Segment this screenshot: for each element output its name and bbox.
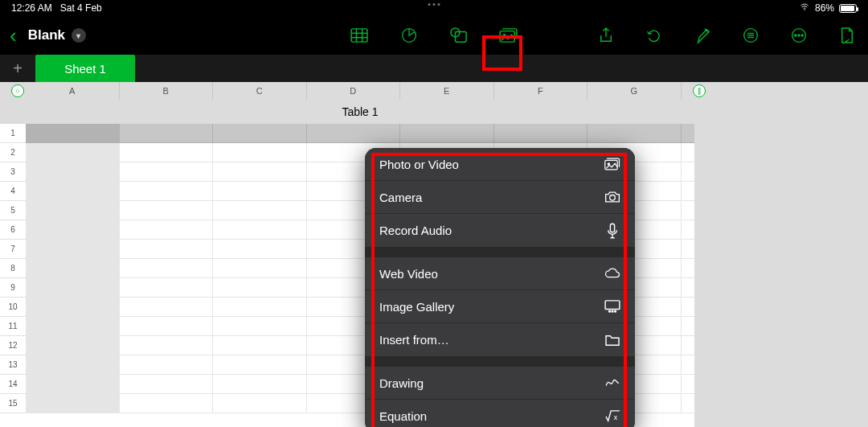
document-title[interactable]: Blank ▾: [28, 27, 86, 43]
organize-icon[interactable]: [739, 24, 762, 47]
popover-insert-from[interactable]: Insert from…: [365, 323, 635, 356]
svg-point-25: [612, 310, 613, 312]
col-header-b[interactable]: B: [120, 82, 214, 100]
status-time: 12:26 AM: [11, 2, 52, 14]
back-button[interactable]: ‹: [10, 23, 17, 48]
popover-label: Web Video: [379, 267, 438, 281]
chevron-down-icon[interactable]: ▾: [72, 28, 86, 43]
more-icon[interactable]: [788, 24, 810, 47]
col-header-a[interactable]: A: [26, 82, 120, 100]
row-12[interactable]: 12: [0, 336, 26, 355]
insert-table-icon[interactable]: [348, 24, 371, 47]
popover-label: Insert from…: [379, 333, 449, 347]
insert-media-icon[interactable]: [497, 24, 520, 47]
battery-icon: [839, 4, 857, 13]
app-toolbar: ‹ Blank ▾: [0, 16, 868, 55]
svg-point-18: [801, 35, 803, 36]
col-header-f[interactable]: F: [494, 82, 588, 100]
gallery-icon: [604, 298, 620, 314]
svg-point-17: [798, 35, 800, 36]
row-3[interactable]: 3: [0, 162, 26, 182]
row-5[interactable]: 5: [0, 201, 26, 220]
svg-point-21: [610, 195, 616, 201]
popover-record-audio[interactable]: Record Audio: [365, 214, 635, 247]
new-sheet-icon[interactable]: [836, 24, 858, 47]
battery-percent: 86%: [815, 2, 834, 14]
row-6[interactable]: 6: [0, 220, 26, 240]
table-header-row[interactable]: [26, 124, 694, 143]
photo-icon: [604, 156, 620, 172]
svg-rect-23: [605, 301, 620, 310]
column-headers: A B C D E F G: [0, 82, 868, 100]
row-11[interactable]: 11: [0, 317, 26, 336]
col-header-c[interactable]: C: [213, 82, 307, 100]
popover-drawing[interactable]: Drawing: [365, 367, 635, 400]
table-origin-handle[interactable]: ○: [11, 84, 24, 97]
row-2[interactable]: 2: [0, 143, 26, 162]
svg-point-0: [804, 10, 805, 10]
popover-equation[interactable]: Equation x: [365, 400, 635, 427]
row-1[interactable]: 1: [0, 124, 26, 143]
scribble-icon: [604, 375, 620, 391]
status-bar: 12:26 AM Sat 4 Feb 86%: [0, 0, 868, 16]
svg-point-20: [608, 163, 609, 165]
col-header-d[interactable]: D: [307, 82, 401, 100]
svg-rect-1: [351, 29, 367, 42]
add-sheet-button[interactable]: +: [0, 55, 35, 82]
svg-text:x: x: [614, 413, 618, 421]
row-9[interactable]: 9: [0, 278, 26, 298]
popover-camera[interactable]: Camera: [365, 181, 635, 214]
svg-rect-22: [610, 224, 614, 232]
popover-label: Photo or Video: [379, 158, 459, 171]
sheet-tab-bar: + Sheet 1: [0, 55, 868, 82]
row-8[interactable]: 8: [0, 259, 26, 278]
row-13[interactable]: 13: [0, 355, 26, 375]
sheet-tab-1[interactable]: Sheet 1: [35, 55, 135, 82]
row-15[interactable]: 15: [0, 394, 26, 413]
microphone-icon: [604, 223, 620, 239]
equation-icon: x: [604, 409, 620, 425]
svg-point-16: [795, 35, 796, 36]
popover-label: Record Audio: [379, 224, 452, 237]
popover-web-video[interactable]: Web Video: [365, 257, 635, 290]
popover-photo-or-video[interactable]: Photo or Video: [365, 148, 635, 181]
svg-point-24: [609, 310, 611, 312]
popover-label: Drawing: [379, 376, 424, 390]
camera-icon: [604, 189, 620, 205]
document-title-text: Blank: [28, 27, 65, 43]
insert-shape-icon[interactable]: [448, 24, 470, 47]
popover-label: Image Gallery: [379, 300, 454, 314]
format-brush-icon[interactable]: [691, 24, 714, 47]
share-icon[interactable]: [595, 24, 617, 47]
popover-label: Camera: [379, 191, 422, 204]
table-title[interactable]: Table 1: [26, 100, 694, 124]
insert-chart-icon[interactable]: [398, 24, 420, 47]
insert-media-popover: Photo or Video Camera Record Audio Web V…: [365, 148, 635, 427]
row-14[interactable]: 14: [0, 375, 26, 394]
row-7[interactable]: 7: [0, 240, 26, 259]
row-10[interactable]: 10: [0, 298, 26, 317]
undo-icon[interactable]: [643, 24, 665, 47]
wifi-icon: [799, 2, 810, 14]
col-header-e[interactable]: E: [400, 82, 494, 100]
cloud-icon: [604, 265, 620, 281]
multitask-dots[interactable]: [428, 3, 440, 6]
spreadsheet-area: A B C D E F G ○ ‖ Table 1 1 2 3 4 5 6 7 …: [0, 82, 868, 427]
status-date: Sat 4 Feb: [60, 2, 102, 14]
row-4[interactable]: 4: [0, 182, 26, 201]
add-column-handle[interactable]: ‖: [693, 84, 706, 97]
row-number-gutter: 1 2 3 4 5 6 7 8 9 10 11 12 13 14 15: [0, 124, 26, 427]
folder-icon: [604, 332, 620, 348]
col-header-g[interactable]: G: [588, 82, 682, 100]
popover-image-gallery[interactable]: Image Gallery: [365, 290, 635, 323]
popover-label: Equation: [379, 409, 427, 423]
svg-point-26: [615, 310, 616, 312]
